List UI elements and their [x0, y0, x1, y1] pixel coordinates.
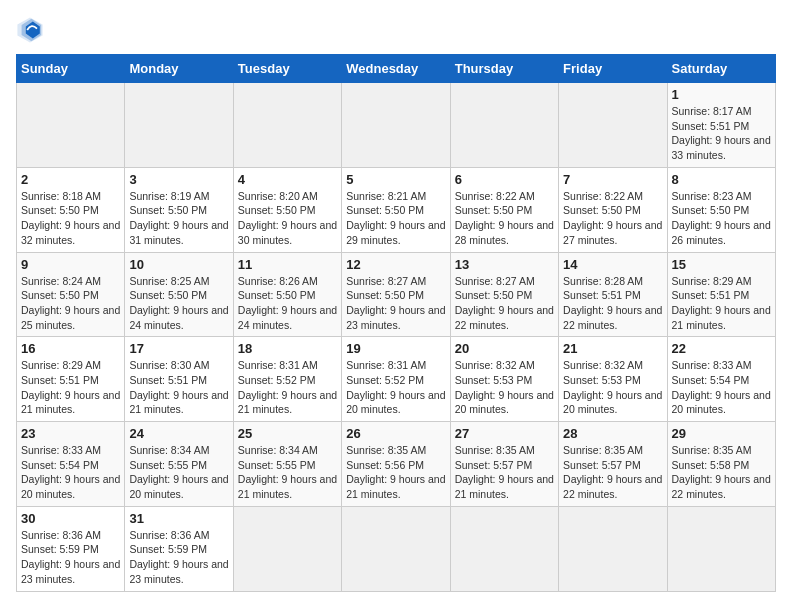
day-detail: Sunrise: 8:33 AMSunset: 5:54 PMDaylight:… [21, 443, 120, 502]
day-number: 8 [672, 172, 771, 187]
calendar-cell: 29Sunrise: 8:35 AMSunset: 5:58 PMDayligh… [667, 422, 775, 507]
calendar-cell [450, 83, 558, 168]
calendar-header: SundayMondayTuesdayWednesdayThursdayFrid… [17, 55, 776, 83]
day-detail: Sunrise: 8:35 AMSunset: 5:57 PMDaylight:… [455, 443, 554, 502]
page-header [16, 16, 776, 44]
calendar-cell: 20Sunrise: 8:32 AMSunset: 5:53 PMDayligh… [450, 337, 558, 422]
day-number: 23 [21, 426, 120, 441]
day-number: 29 [672, 426, 771, 441]
day-number: 25 [238, 426, 337, 441]
calendar-cell: 30Sunrise: 8:36 AMSunset: 5:59 PMDayligh… [17, 506, 125, 591]
calendar-cell: 18Sunrise: 8:31 AMSunset: 5:52 PMDayligh… [233, 337, 341, 422]
day-detail: Sunrise: 8:29 AMSunset: 5:51 PMDaylight:… [672, 274, 771, 333]
header-thursday: Thursday [450, 55, 558, 83]
calendar-cell [450, 506, 558, 591]
day-detail: Sunrise: 8:27 AMSunset: 5:50 PMDaylight:… [455, 274, 554, 333]
day-number: 11 [238, 257, 337, 272]
week-row-2: 9Sunrise: 8:24 AMSunset: 5:50 PMDaylight… [17, 252, 776, 337]
calendar-cell: 26Sunrise: 8:35 AMSunset: 5:56 PMDayligh… [342, 422, 450, 507]
calendar-cell [342, 83, 450, 168]
calendar-cell: 23Sunrise: 8:33 AMSunset: 5:54 PMDayligh… [17, 422, 125, 507]
calendar-cell: 21Sunrise: 8:32 AMSunset: 5:53 PMDayligh… [559, 337, 667, 422]
day-number: 17 [129, 341, 228, 356]
calendar-cell: 1Sunrise: 8:17 AMSunset: 5:51 PMDaylight… [667, 83, 775, 168]
day-detail: Sunrise: 8:29 AMSunset: 5:51 PMDaylight:… [21, 358, 120, 417]
calendar-cell [342, 506, 450, 591]
header-tuesday: Tuesday [233, 55, 341, 83]
calendar-cell: 7Sunrise: 8:22 AMSunset: 5:50 PMDaylight… [559, 167, 667, 252]
day-number: 6 [455, 172, 554, 187]
day-detail: Sunrise: 8:33 AMSunset: 5:54 PMDaylight:… [672, 358, 771, 417]
day-detail: Sunrise: 8:35 AMSunset: 5:56 PMDaylight:… [346, 443, 445, 502]
day-detail: Sunrise: 8:35 AMSunset: 5:58 PMDaylight:… [672, 443, 771, 502]
day-detail: Sunrise: 8:19 AMSunset: 5:50 PMDaylight:… [129, 189, 228, 248]
calendar-cell [667, 506, 775, 591]
calendar-cell [17, 83, 125, 168]
logo-icon [16, 16, 44, 44]
week-row-4: 23Sunrise: 8:33 AMSunset: 5:54 PMDayligh… [17, 422, 776, 507]
day-number: 19 [346, 341, 445, 356]
header-wednesday: Wednesday [342, 55, 450, 83]
day-number: 5 [346, 172, 445, 187]
calendar-cell: 19Sunrise: 8:31 AMSunset: 5:52 PMDayligh… [342, 337, 450, 422]
day-detail: Sunrise: 8:25 AMSunset: 5:50 PMDaylight:… [129, 274, 228, 333]
day-detail: Sunrise: 8:32 AMSunset: 5:53 PMDaylight:… [455, 358, 554, 417]
calendar-cell: 14Sunrise: 8:28 AMSunset: 5:51 PMDayligh… [559, 252, 667, 337]
header-sunday: Sunday [17, 55, 125, 83]
calendar-cell: 25Sunrise: 8:34 AMSunset: 5:55 PMDayligh… [233, 422, 341, 507]
day-number: 27 [455, 426, 554, 441]
day-detail: Sunrise: 8:34 AMSunset: 5:55 PMDaylight:… [238, 443, 337, 502]
calendar-table: SundayMondayTuesdayWednesdayThursdayFrid… [16, 54, 776, 592]
calendar-body: 1Sunrise: 8:17 AMSunset: 5:51 PMDaylight… [17, 83, 776, 592]
day-number: 15 [672, 257, 771, 272]
day-detail: Sunrise: 8:22 AMSunset: 5:50 PMDaylight:… [455, 189, 554, 248]
header-friday: Friday [559, 55, 667, 83]
calendar-cell [233, 506, 341, 591]
day-number: 31 [129, 511, 228, 526]
day-detail: Sunrise: 8:17 AMSunset: 5:51 PMDaylight:… [672, 104, 771, 163]
calendar-cell [125, 83, 233, 168]
day-number: 12 [346, 257, 445, 272]
day-number: 20 [455, 341, 554, 356]
calendar-cell: 27Sunrise: 8:35 AMSunset: 5:57 PMDayligh… [450, 422, 558, 507]
header-row: SundayMondayTuesdayWednesdayThursdayFrid… [17, 55, 776, 83]
day-detail: Sunrise: 8:24 AMSunset: 5:50 PMDaylight:… [21, 274, 120, 333]
day-detail: Sunrise: 8:27 AMSunset: 5:50 PMDaylight:… [346, 274, 445, 333]
day-number: 13 [455, 257, 554, 272]
calendar-cell: 10Sunrise: 8:25 AMSunset: 5:50 PMDayligh… [125, 252, 233, 337]
calendar-cell: 11Sunrise: 8:26 AMSunset: 5:50 PMDayligh… [233, 252, 341, 337]
day-number: 26 [346, 426, 445, 441]
day-number: 30 [21, 511, 120, 526]
day-number: 7 [563, 172, 662, 187]
day-number: 21 [563, 341, 662, 356]
calendar-cell: 3Sunrise: 8:19 AMSunset: 5:50 PMDaylight… [125, 167, 233, 252]
day-number: 18 [238, 341, 337, 356]
day-detail: Sunrise: 8:31 AMSunset: 5:52 PMDaylight:… [238, 358, 337, 417]
day-number: 2 [21, 172, 120, 187]
day-number: 9 [21, 257, 120, 272]
day-detail: Sunrise: 8:23 AMSunset: 5:50 PMDaylight:… [672, 189, 771, 248]
day-number: 28 [563, 426, 662, 441]
day-detail: Sunrise: 8:21 AMSunset: 5:50 PMDaylight:… [346, 189, 445, 248]
day-number: 24 [129, 426, 228, 441]
day-detail: Sunrise: 8:30 AMSunset: 5:51 PMDaylight:… [129, 358, 228, 417]
calendar-cell: 28Sunrise: 8:35 AMSunset: 5:57 PMDayligh… [559, 422, 667, 507]
header-monday: Monday [125, 55, 233, 83]
day-number: 10 [129, 257, 228, 272]
day-number: 4 [238, 172, 337, 187]
week-row-1: 2Sunrise: 8:18 AMSunset: 5:50 PMDaylight… [17, 167, 776, 252]
week-row-0: 1Sunrise: 8:17 AMSunset: 5:51 PMDaylight… [17, 83, 776, 168]
week-row-5: 30Sunrise: 8:36 AMSunset: 5:59 PMDayligh… [17, 506, 776, 591]
calendar-cell: 13Sunrise: 8:27 AMSunset: 5:50 PMDayligh… [450, 252, 558, 337]
day-detail: Sunrise: 8:20 AMSunset: 5:50 PMDaylight:… [238, 189, 337, 248]
calendar-cell [233, 83, 341, 168]
calendar-cell: 17Sunrise: 8:30 AMSunset: 5:51 PMDayligh… [125, 337, 233, 422]
day-number: 3 [129, 172, 228, 187]
calendar-cell: 9Sunrise: 8:24 AMSunset: 5:50 PMDaylight… [17, 252, 125, 337]
calendar-cell: 24Sunrise: 8:34 AMSunset: 5:55 PMDayligh… [125, 422, 233, 507]
day-detail: Sunrise: 8:28 AMSunset: 5:51 PMDaylight:… [563, 274, 662, 333]
day-number: 22 [672, 341, 771, 356]
day-detail: Sunrise: 8:36 AMSunset: 5:59 PMDaylight:… [21, 528, 120, 587]
calendar-cell: 31Sunrise: 8:36 AMSunset: 5:59 PMDayligh… [125, 506, 233, 591]
day-number: 14 [563, 257, 662, 272]
